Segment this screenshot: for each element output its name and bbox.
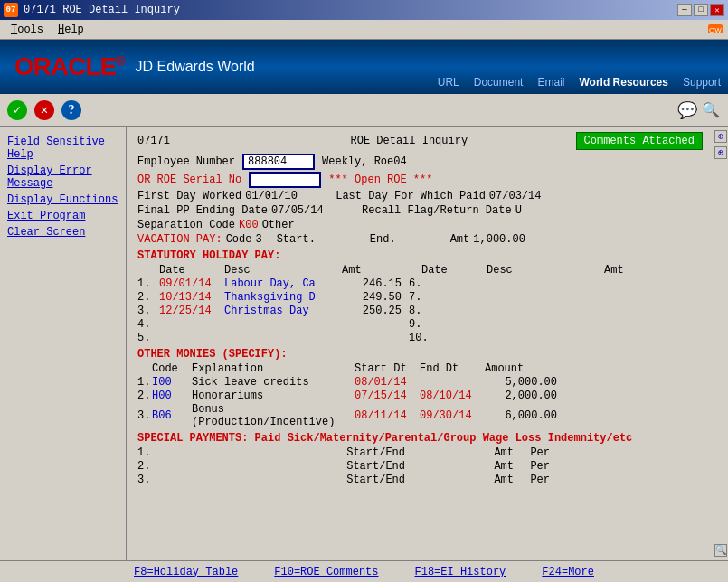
- last-day-value: 07/03/14: [489, 190, 542, 202]
- f24-more[interactable]: F24=More: [542, 566, 594, 578]
- holiday-row: 4. 9.: [137, 318, 703, 331]
- special-payments-header: SPECIAL PAYMENTS: Paid Sick/Maternity/Pa…: [137, 432, 703, 445]
- holiday-amt1: 249.50: [351, 291, 402, 304]
- nav-document[interactable]: Document: [474, 76, 524, 89]
- menu-bar: Tools Help OW: [0, 20, 728, 40]
- program-id: 07171: [137, 135, 170, 147]
- nav-email[interactable]: Email: [537, 76, 564, 89]
- sidebar-display-error-message[interactable]: Display Error Message: [4, 163, 122, 192]
- om-explanation: Bonus (Production/Incentive): [192, 403, 355, 428]
- vacation-pay-label: VACATION PAY:: [137, 233, 222, 246]
- sidebar-exit-program[interactable]: Exit Program: [4, 208, 122, 224]
- content-area: 07171 ROE Detail Inquiry Comments Attach…: [127, 127, 714, 560]
- sp-start-end-label: Start/End: [152, 474, 405, 486]
- first-day-label: First Day Worked: [137, 190, 241, 202]
- title-bar: 07 07171 ROE Detail Inquiry ─ □ ✕: [0, 0, 728, 20]
- sp-num: 2.: [137, 460, 152, 473]
- sidebar-field-sensitive-help[interactable]: Field Sensitive Help: [4, 134, 122, 163]
- holiday-row: 1. 09/01/14 Labour Day, Ca 246.15 6.: [137, 277, 703, 290]
- scroll-down-icon[interactable]: ⊕: [714, 146, 727, 159]
- om-explanation: Sick leave credits: [192, 376, 355, 389]
- holiday-date1: 10/13/14: [159, 291, 224, 304]
- om-code: I00: [152, 376, 192, 389]
- app-icon: 07: [4, 3, 18, 17]
- om-code: H00: [152, 390, 192, 402]
- vacation-code-value: 3: [255, 233, 261, 246]
- menu-help[interactable]: Help: [51, 22, 91, 38]
- nav-links: URL Document Email World Resources Suppo…: [438, 40, 728, 94]
- sp-num: 1.: [137, 446, 152, 459]
- recall-flag-label: Recall Flag/Return Date: [362, 204, 512, 217]
- holiday-table: 1. 09/01/14 Labour Day, Ca 246.15 6. 2. …: [137, 277, 703, 344]
- nav-world-resources[interactable]: World Resources: [579, 76, 667, 89]
- special-payment-row: 3. Start/End Amt Per: [137, 474, 703, 486]
- om-amount: 5,000.00: [485, 376, 557, 389]
- scroll-up-icon[interactable]: ⊕: [714, 130, 727, 143]
- f18-ei-history[interactable]: F18=EI History: [415, 566, 506, 578]
- vacation-code-label: Code: [226, 233, 252, 246]
- menu-tools[interactable]: Tools: [4, 22, 51, 38]
- zoom-icon[interactable]: 🔍: [714, 544, 727, 557]
- nav-support[interactable]: Support: [683, 76, 721, 89]
- sidebar-clear-screen[interactable]: Clear Screen: [4, 224, 122, 240]
- holiday-col-amt1: Amt: [342, 264, 392, 277]
- recall-flag-value: U: [515, 204, 522, 217]
- om-col-enddt: End Dt: [420, 362, 485, 375]
- vacation-amt-value: 1,000.00: [473, 233, 525, 246]
- sp-amt-label: Amt: [405, 446, 514, 459]
- vacation-amt-label: Amt: [450, 233, 470, 246]
- special-payment-row: 2. Start/End Amt Per: [137, 460, 703, 473]
- holiday-desc1: Labour Day, Ca: [224, 277, 351, 290]
- maximize-button[interactable]: □: [694, 4, 708, 16]
- vacation-start-label: Start.: [277, 233, 316, 246]
- holiday-col-desc2: Desc: [487, 264, 604, 277]
- cancel-button[interactable]: ✕: [34, 100, 54, 120]
- close-button[interactable]: ✕: [710, 4, 724, 16]
- separation-desc: Other: [262, 219, 295, 231]
- roe-serial-input[interactable]: [249, 172, 321, 188]
- f8-holiday-table[interactable]: F8=Holiday Table: [134, 566, 238, 578]
- statutory-holiday-header: STATUTORY HOLIDAY PAY:: [137, 249, 703, 262]
- holiday-num2: 10.: [409, 332, 445, 344]
- employee-number-label: Employee Number: [137, 155, 235, 168]
- other-monies-header: OTHER MONIES (SPECIFY):: [137, 348, 703, 361]
- holiday-col-desc1: Desc: [224, 264, 342, 277]
- holiday-row: 5. 10.: [137, 332, 703, 344]
- holiday-desc1: Thanksgiving D: [224, 291, 351, 304]
- holiday-date1: 09/01/14: [159, 277, 224, 290]
- holiday-num: 3.: [137, 305, 159, 317]
- holiday-num2: 8.: [409, 305, 445, 317]
- holiday-row: 3. 12/25/14 Christmas Day 250.25 8.: [137, 305, 703, 317]
- right-scroll-panel: ⊕ ⊕ 🔍: [714, 127, 728, 560]
- om-code: B06: [152, 409, 192, 422]
- minimize-button[interactable]: ─: [677, 4, 692, 16]
- holiday-col-date1: Date: [159, 264, 224, 277]
- help-button[interactable]: ?: [61, 100, 81, 120]
- ok-button[interactable]: ✓: [7, 100, 27, 120]
- holiday-num: 5.: [137, 332, 159, 344]
- sp-start-end-label: Start/End: [152, 446, 405, 459]
- chat-icon[interactable]: 💬: [677, 100, 697, 120]
- om-explanation: Honorariums: [192, 390, 355, 402]
- special-payment-row: 1. Start/End Amt Per: [137, 446, 703, 459]
- search-toolbar-icon[interactable]: 🔍: [701, 100, 721, 120]
- sp-num: 3.: [137, 474, 152, 486]
- oracle-brand: ORACLE®: [14, 52, 125, 81]
- holiday-row: 2. 10/13/14 Thanksgiving D 249.50 7.: [137, 291, 703, 304]
- sp-start-end-label: Start/End: [152, 460, 405, 473]
- sp-per-label: Per: [514, 460, 550, 473]
- comments-attached-button[interactable]: Comments Attached: [576, 132, 703, 150]
- om-col-expl: Explanation: [192, 362, 355, 375]
- other-monies-table: 1. I00 Sick leave credits 08/01/14 5,000…: [137, 376, 703, 428]
- sidebar-display-functions[interactable]: Display Functions: [4, 192, 122, 208]
- other-monies-row: 3. B06 Bonus (Production/Incentive) 08/1…: [137, 403, 703, 428]
- holiday-desc1: Christmas Day: [224, 305, 351, 317]
- vacation-end-label: End.: [370, 233, 396, 246]
- om-col-code: Code: [152, 362, 192, 375]
- employee-number-input[interactable]: [242, 154, 315, 170]
- separation-code-label: Separation Code: [137, 219, 235, 231]
- sp-amt-label: Amt: [405, 460, 514, 473]
- om-col-startdt: Start Dt: [355, 362, 420, 375]
- f10-roe-comments[interactable]: F10=ROE Comments: [274, 566, 378, 578]
- nav-url[interactable]: URL: [438, 76, 459, 89]
